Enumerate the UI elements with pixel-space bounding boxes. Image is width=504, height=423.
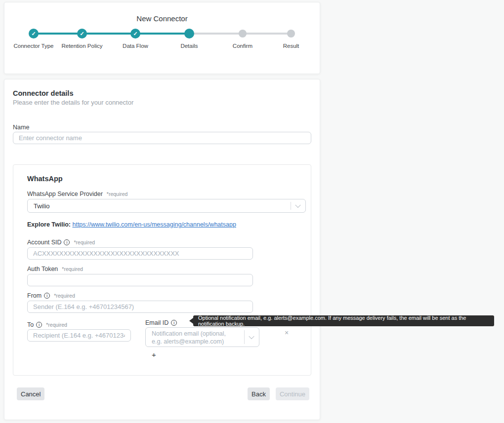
account-sid-label-text: Account SID <box>27 239 61 246</box>
step-result: Result <box>261 29 321 49</box>
wizard-stepper: ✓ Connector Type ✓ Retention Policy ✓ Da… <box>4 2 320 74</box>
check-icon: ✓ <box>133 31 137 37</box>
step-dot-row <box>160 29 219 38</box>
connector-name-input[interactable] <box>13 132 311 144</box>
provider-selected-value: Twilio <box>34 202 50 210</box>
add-email-icon[interactable]: + <box>152 350 156 359</box>
step-label: Details <box>160 43 219 49</box>
section-heading: Connector details <box>13 89 73 97</box>
step-dot-row <box>261 29 321 38</box>
select-divider <box>291 202 291 210</box>
to-label-text: To <box>27 321 34 328</box>
chevron-down-icon <box>249 334 254 339</box>
step-details[interactable]: Details <box>160 29 219 49</box>
step-completed-icon: ✓ <box>130 29 140 38</box>
cancel-button[interactable]: Cancel <box>17 387 44 400</box>
required-badge: *required <box>62 266 83 272</box>
step-label: Data Flow <box>106 43 165 49</box>
from-label-text: From <box>27 292 42 299</box>
email-id-placeholder: Notification email (optional, e.g. alert… <box>152 330 235 346</box>
email-id-select[interactable]: Notification email (optional, e.g. alert… <box>145 327 259 347</box>
step-retention-policy[interactable]: ✓ Retention Policy <box>52 29 112 49</box>
explore-label: Explore Twilio: <box>27 221 71 228</box>
tooltip-arrow <box>189 318 193 324</box>
explore-twilio-link[interactable]: https://www.twilio.com/en-us/messaging/c… <box>72 221 236 228</box>
account-sid-label: Account SID i *required <box>27 239 95 246</box>
step-label: Result <box>261 43 321 49</box>
whatsapp-section: WhatsApp WhatsApp Service Provider *requ… <box>13 164 311 376</box>
to-input[interactable] <box>27 329 131 342</box>
step-dot-row: ✓ <box>52 29 112 38</box>
to-label: To i *required <box>27 321 67 328</box>
email-id-label-text: Email ID <box>145 319 168 326</box>
info-icon[interactable]: i <box>36 322 42 328</box>
info-icon[interactable]: i <box>171 320 177 326</box>
from-label: From i *required <box>27 292 75 299</box>
continue-button[interactable]: Continue <box>276 387 309 400</box>
step-completed-icon: ✓ <box>29 29 39 38</box>
auth-token-label: Auth Token *required <box>27 266 83 272</box>
step-label: Retention Policy <box>52 43 112 49</box>
step-data-flow[interactable]: ✓ Data Flow <box>106 29 165 49</box>
provider-label-text: WhatsApp Service Provider <box>27 191 103 197</box>
select-divider <box>244 330 245 344</box>
required-badge: *required <box>107 191 128 197</box>
check-icon: ✓ <box>31 31 36 37</box>
info-icon[interactable]: i <box>64 239 70 245</box>
account-sid-input[interactable] <box>27 247 253 260</box>
required-badge: *required <box>54 293 75 299</box>
email-id-label: Email ID i <box>145 319 177 326</box>
wizard-card: New Connector ✓ Connector Type ✓ Retenti… <box>4 2 320 74</box>
email-info-tooltip: Optional notification email, e.g. alerts… <box>193 315 494 326</box>
step-current-icon <box>184 29 194 38</box>
auth-token-input[interactable] <box>27 274 253 286</box>
name-label: Name <box>13 124 29 131</box>
provider-select[interactable]: Twilio <box>27 199 306 213</box>
explore-row: Explore Twilio: https://www.twilio.com/e… <box>27 221 236 228</box>
check-icon: ✓ <box>80 31 84 37</box>
required-badge: *required <box>46 322 67 328</box>
section-subheading: Please enter the details for your connec… <box>13 99 133 106</box>
connector-details-card: Connector details Please enter the detai… <box>4 79 320 420</box>
auth-token-label-text: Auth Token <box>27 266 58 272</box>
step-upcoming-icon <box>287 30 295 38</box>
step-dot-row: ✓ <box>106 29 165 38</box>
step-upcoming-icon <box>239 30 247 38</box>
chevron-down-icon <box>295 202 300 208</box>
from-input[interactable] <box>27 301 253 313</box>
required-badge: *required <box>74 239 95 245</box>
back-button[interactable]: Back <box>248 387 270 400</box>
whatsapp-heading: WhatsApp <box>27 175 63 183</box>
tooltip-text: Optional notification email, e.g. alerts… <box>198 315 489 327</box>
provider-label: WhatsApp Service Provider *required <box>27 191 127 197</box>
step-completed-icon: ✓ <box>77 29 87 38</box>
footer-actions: Cancel Back Continue <box>17 387 309 400</box>
remove-email-icon[interactable]: × <box>285 329 289 337</box>
info-icon[interactable]: i <box>44 293 50 299</box>
